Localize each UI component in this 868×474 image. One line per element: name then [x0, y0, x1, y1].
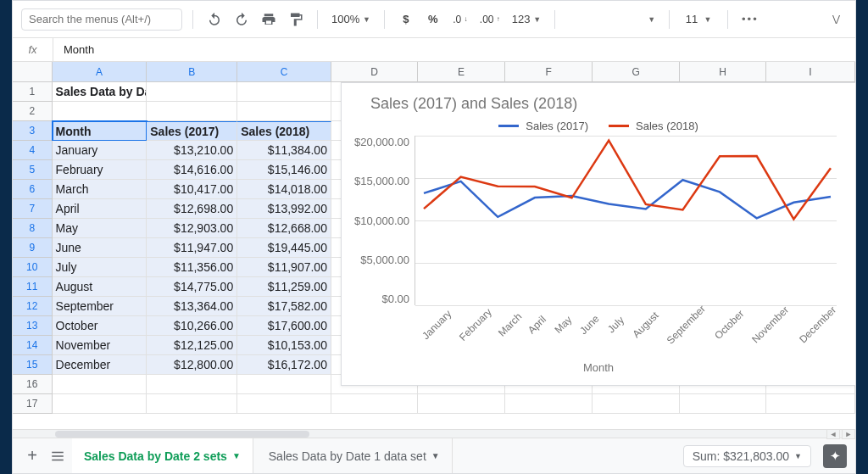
cell[interactable]: April — [53, 199, 147, 219]
cell[interactable]: $12,698.00 — [147, 199, 237, 219]
quick-sum-display[interactable]: Sum: $321,803.00▼ — [683, 445, 811, 467]
row-header[interactable]: 10 — [13, 258, 53, 277]
horizontal-scrollbar[interactable]: ◄ ► — [13, 429, 855, 438]
row-header[interactable]: 15 — [13, 355, 53, 375]
format-percent-button[interactable]: % — [422, 8, 444, 31]
cell[interactable]: August — [53, 277, 147, 297]
cell[interactable] — [53, 394, 147, 414]
cell[interactable] — [593, 394, 680, 414]
cell[interactable]: June — [53, 238, 147, 258]
cell[interactable]: $12,125.00 — [147, 336, 237, 355]
cell[interactable]: Month — [53, 121, 147, 141]
row-header[interactable]: 7 — [13, 199, 53, 219]
row-header[interactable]: 1 — [13, 82, 53, 102]
row-header[interactable]: 3 — [13, 121, 53, 141]
cell[interactable]: February — [53, 160, 147, 180]
cell[interactable]: $13,992.00 — [237, 199, 331, 219]
col-header[interactable]: D — [331, 62, 418, 82]
number-format-select[interactable]: 123 ▼ — [509, 8, 544, 31]
cell[interactable]: March — [53, 180, 147, 199]
cell[interactable]: $17,582.00 — [237, 297, 331, 316]
row-header[interactable]: 6 — [13, 180, 53, 199]
cell[interactable]: November — [53, 336, 147, 355]
cell[interactable]: $13,210.00 — [147, 141, 237, 160]
sheet-tab[interactable]: Sales Data by Date 1 data set▼ — [257, 438, 453, 473]
cell[interactable] — [331, 394, 418, 414]
cell[interactable] — [147, 102, 237, 121]
cell[interactable] — [237, 394, 331, 414]
row-header[interactable]: 12 — [13, 297, 53, 316]
formula-input[interactable]: Month — [53, 43, 855, 56]
decrease-decimal-button[interactable]: .0 ↓ — [449, 8, 471, 31]
cell[interactable] — [147, 375, 237, 394]
redo-button[interactable] — [231, 8, 253, 31]
undo-button[interactable] — [203, 8, 225, 31]
all-sheets-button[interactable] — [47, 445, 69, 467]
cell[interactable]: $16,172.00 — [237, 355, 331, 375]
cell[interactable] — [237, 375, 331, 394]
print-button[interactable] — [258, 8, 280, 31]
cell[interactable]: $11,384.00 — [237, 141, 331, 160]
cell[interactable] — [237, 82, 331, 102]
cell[interactable] — [418, 394, 505, 414]
cell[interactable] — [53, 102, 147, 121]
chart[interactable]: Sales (2017) and Sales (2018) Sales (201… — [341, 82, 855, 386]
cell[interactable] — [53, 375, 147, 394]
cell[interactable]: July — [53, 258, 147, 277]
row-header[interactable]: 9 — [13, 238, 53, 258]
row-header[interactable]: 14 — [13, 336, 53, 355]
zoom-select[interactable]: 100% ▼ — [328, 8, 374, 31]
col-header[interactable]: I — [766, 62, 855, 82]
row-header[interactable]: 17 — [13, 394, 53, 414]
cell[interactable]: October — [53, 316, 147, 336]
cell[interactable]: $12,800.00 — [147, 355, 237, 375]
cell[interactable]: $11,947.00 — [147, 238, 237, 258]
cell[interactable] — [147, 82, 237, 102]
cell[interactable] — [766, 394, 855, 414]
cell[interactable]: $14,018.00 — [237, 180, 331, 199]
cell[interactable]: Sales (2017) — [147, 121, 237, 141]
cell[interactable]: Sales Data by Date — [53, 82, 147, 102]
paint-format-button[interactable] — [285, 8, 307, 31]
scroll-right-button[interactable]: ► — [842, 429, 855, 439]
menu-search-input[interactable] — [21, 8, 182, 31]
row-header[interactable]: 2 — [13, 102, 53, 121]
more-formatting-button[interactable]: ••• — [738, 8, 762, 31]
cell[interactable]: $15,146.00 — [237, 160, 331, 180]
collapse-toolbar-button[interactable]: ⋁ — [825, 8, 847, 31]
add-sheet-button[interactable]: + — [21, 445, 43, 467]
cell[interactable]: $13,364.00 — [147, 297, 237, 316]
row-header[interactable]: 8 — [13, 219, 53, 238]
font-size-select[interactable]: 11 ▼ — [680, 8, 717, 31]
col-header[interactable]: E — [418, 62, 505, 82]
cell[interactable]: January — [53, 141, 147, 160]
cell[interactable]: $14,616.00 — [147, 160, 237, 180]
cell[interactable]: $11,356.00 — [147, 258, 237, 277]
cell[interactable]: December — [53, 355, 147, 375]
col-header[interactable]: F — [505, 62, 593, 82]
cell[interactable]: $10,153.00 — [237, 336, 331, 355]
col-header[interactable]: H — [680, 62, 766, 82]
row-header[interactable]: 13 — [13, 316, 53, 336]
cell[interactable]: $10,417.00 — [147, 180, 237, 199]
cell[interactable]: $14,775.00 — [147, 277, 237, 297]
cell[interactable]: $10,266.00 — [147, 316, 237, 336]
row-header[interactable]: 5 — [13, 160, 53, 180]
font-family-select[interactable]: ▼ — [565, 8, 659, 31]
cell[interactable]: $11,259.00 — [237, 277, 331, 297]
row-header[interactable]: 16 — [13, 375, 53, 394]
cell[interactable]: September — [53, 297, 147, 316]
cell[interactable]: May — [53, 219, 147, 238]
scroll-left-button[interactable]: ◄ — [826, 429, 840, 439]
cell[interactable]: $12,903.00 — [147, 219, 237, 238]
increase-decimal-button[interactable]: .00 ↑ — [476, 8, 504, 31]
cell[interactable]: $11,907.00 — [237, 258, 331, 277]
format-currency-button[interactable]: $ — [395, 8, 417, 31]
cell[interactable]: $17,600.00 — [237, 316, 331, 336]
col-header[interactable]: C — [237, 62, 331, 82]
row-header[interactable]: 4 — [13, 141, 53, 160]
col-header[interactable]: B — [147, 62, 237, 82]
cell[interactable] — [147, 394, 237, 414]
row-header[interactable]: 11 — [13, 277, 53, 297]
scrollbar-thumb[interactable] — [55, 431, 309, 438]
